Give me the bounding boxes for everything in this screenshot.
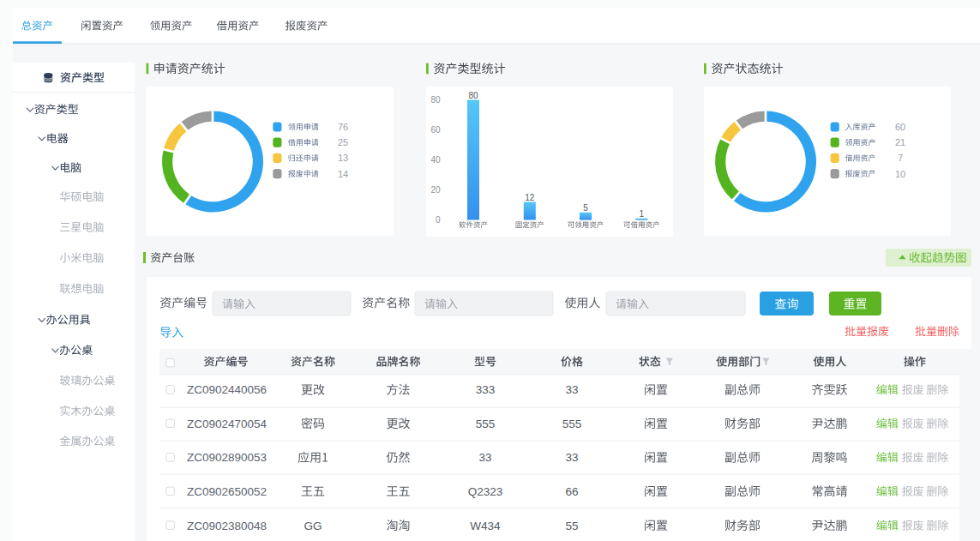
svg-text:33: 33 bbox=[478, 451, 491, 464]
svg-text:25: 25 bbox=[338, 137, 348, 147]
svg-text:13: 13 bbox=[338, 153, 348, 163]
svg-text:333: 333 bbox=[476, 383, 496, 396]
svg-text:14: 14 bbox=[338, 169, 348, 179]
svg-text:0: 0 bbox=[436, 215, 441, 225]
svg-text:555: 555 bbox=[476, 418, 496, 430]
svg-text:33: 33 bbox=[565, 383, 578, 396]
svg-text:60: 60 bbox=[895, 122, 905, 132]
svg-text:55: 55 bbox=[565, 520, 578, 532]
svg-text:GG: GG bbox=[304, 520, 322, 532]
svg-text:Q2323: Q2323 bbox=[468, 485, 503, 498]
svg-text:ZC0902470054: ZC0902470054 bbox=[187, 418, 268, 430]
svg-text:33: 33 bbox=[565, 451, 578, 464]
svg-text:66: 66 bbox=[565, 485, 578, 498]
svg-text:1: 1 bbox=[640, 209, 645, 219]
svg-text:555: 555 bbox=[562, 418, 582, 430]
svg-text:ZC0902440056: ZC0902440056 bbox=[187, 383, 267, 396]
svg-text:80: 80 bbox=[468, 91, 478, 100]
svg-text:20: 20 bbox=[430, 185, 441, 195]
svg-text:21: 21 bbox=[895, 137, 905, 147]
svg-text:7: 7 bbox=[898, 153, 903, 163]
svg-text:5: 5 bbox=[583, 203, 588, 213]
svg-text:ZC0902380048: ZC0902380048 bbox=[187, 520, 267, 532]
svg-text:76: 76 bbox=[338, 122, 348, 132]
svg-text:80: 80 bbox=[430, 95, 441, 105]
svg-text:ZC0902890053: ZC0902890053 bbox=[187, 451, 267, 464]
svg-text:40: 40 bbox=[430, 155, 441, 165]
svg-text:ZC0902650052: ZC0902650052 bbox=[187, 485, 267, 498]
svg-text:10: 10 bbox=[895, 169, 905, 179]
svg-text:W434: W434 bbox=[470, 520, 501, 532]
svg-text:12: 12 bbox=[525, 193, 535, 202]
svg-text:60: 60 bbox=[430, 125, 441, 135]
